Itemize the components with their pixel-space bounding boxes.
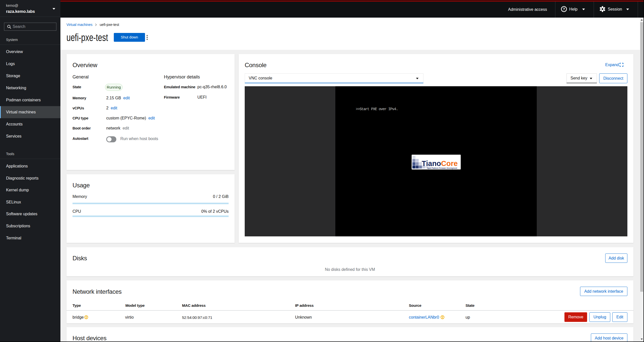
svg-text:Open Platform Firmware Develop: Open Platform Firmware Development xyxy=(427,167,457,169)
svg-text:TianoCore: TianoCore xyxy=(422,159,458,167)
svg-text:?: ? xyxy=(563,7,565,11)
